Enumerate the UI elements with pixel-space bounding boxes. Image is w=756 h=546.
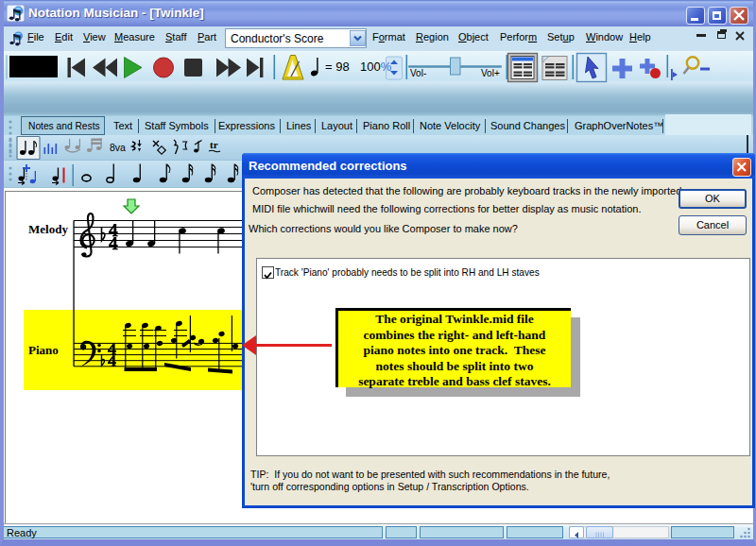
svg-text:tr: tr — [210, 139, 218, 150]
svg-text:8va: 8va — [110, 142, 126, 153]
